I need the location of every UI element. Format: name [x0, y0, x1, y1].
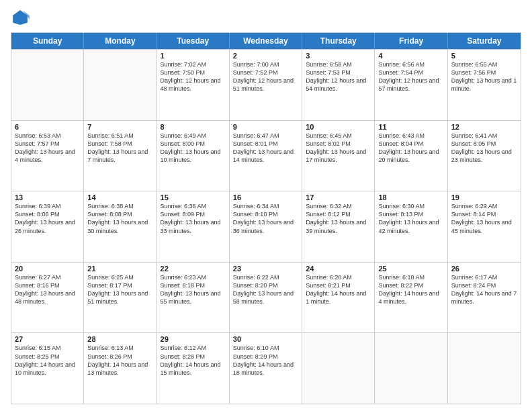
calendar-cell: 17Sunrise: 6:32 AM Sunset: 8:12 PM Dayli… — [302, 191, 375, 262]
day-info: Sunrise: 6:22 AM Sunset: 8:20 PM Dayligh… — [233, 273, 298, 306]
calendar-cell: 15Sunrise: 6:36 AM Sunset: 8:09 PM Dayli… — [157, 191, 230, 262]
calendar-body: 1Sunrise: 7:02 AM Sunset: 7:50 PM Daylig… — [11, 49, 521, 404]
calendar-cell — [448, 333, 521, 404]
calendar-cell: 6Sunrise: 6:53 AM Sunset: 7:57 PM Daylig… — [11, 121, 84, 191]
day-info: Sunrise: 6:27 AM Sunset: 8:16 PM Dayligh… — [15, 273, 80, 306]
day-number: 3 — [306, 52, 371, 60]
day-number: 7 — [87, 123, 152, 131]
header — [11, 8, 521, 27]
day-number: 19 — [451, 193, 517, 201]
day-number: 9 — [233, 123, 298, 131]
day-info: Sunrise: 6:17 AM Sunset: 8:24 PM Dayligh… — [451, 273, 517, 306]
day-number: 29 — [161, 335, 226, 343]
calendar-cell: 9Sunrise: 6:47 AM Sunset: 8:01 PM Daylig… — [230, 121, 302, 191]
day-number: 16 — [233, 193, 298, 201]
calendar-cell: 27Sunrise: 6:15 AM Sunset: 8:25 PM Dayli… — [11, 333, 84, 404]
calendar-cell: 10Sunrise: 6:45 AM Sunset: 8:02 PM Dayli… — [302, 121, 375, 191]
day-number: 2 — [233, 52, 298, 60]
day-info: Sunrise: 6:18 AM Sunset: 8:22 PM Dayligh… — [378, 273, 443, 306]
calendar-cell: 21Sunrise: 6:25 AM Sunset: 8:17 PM Dayli… — [84, 263, 157, 333]
day-info: Sunrise: 6:56 AM Sunset: 7:54 PM Dayligh… — [378, 60, 443, 93]
page: SundayMondayTuesdayWednesdayThursdayFrid… — [0, 0, 532, 411]
calendar-cell: 16Sunrise: 6:34 AM Sunset: 8:10 PM Dayli… — [230, 191, 302, 262]
day-info: Sunrise: 6:58 AM Sunset: 7:53 PM Dayligh… — [306, 60, 371, 93]
calendar-cell: 18Sunrise: 6:30 AM Sunset: 8:13 PM Dayli… — [375, 191, 447, 262]
day-number: 26 — [451, 265, 517, 273]
day-number: 30 — [233, 335, 298, 343]
day-number: 24 — [306, 265, 371, 273]
day-info: Sunrise: 6:38 AM Sunset: 8:08 PM Dayligh… — [87, 202, 152, 235]
day-info: Sunrise: 6:43 AM Sunset: 8:04 PM Dayligh… — [378, 132, 443, 165]
calendar-week-3: 13Sunrise: 6:39 AM Sunset: 8:06 PM Dayli… — [11, 191, 521, 262]
day-info: Sunrise: 6:36 AM Sunset: 8:09 PM Dayligh… — [161, 202, 226, 235]
day-number: 22 — [161, 265, 226, 273]
day-number: 11 — [378, 123, 443, 131]
day-number: 1 — [161, 52, 226, 60]
day-info: Sunrise: 6:49 AM Sunset: 8:00 PM Dayligh… — [161, 132, 226, 165]
day-number: 27 — [15, 335, 80, 343]
day-number: 14 — [87, 193, 152, 201]
calendar-cell: 14Sunrise: 6:38 AM Sunset: 8:08 PM Dayli… — [84, 191, 157, 262]
calendar-cell — [302, 333, 375, 404]
calendar-cell: 22Sunrise: 6:23 AM Sunset: 8:18 PM Dayli… — [157, 263, 230, 333]
calendar-cell: 25Sunrise: 6:18 AM Sunset: 8:22 PM Dayli… — [375, 263, 447, 333]
day-number: 13 — [15, 193, 80, 201]
day-info: Sunrise: 6:15 AM Sunset: 8:25 PM Dayligh… — [15, 344, 80, 377]
day-number: 17 — [306, 193, 371, 201]
day-number: 21 — [87, 265, 152, 273]
calendar-cell — [375, 333, 447, 404]
calendar-cell: 20Sunrise: 6:27 AM Sunset: 8:16 PM Dayli… — [11, 263, 84, 333]
day-number: 12 — [451, 123, 517, 131]
calendar-cell: 7Sunrise: 6:51 AM Sunset: 7:58 PM Daylig… — [84, 121, 157, 191]
day-number: 8 — [161, 123, 226, 131]
day-info: Sunrise: 6:29 AM Sunset: 8:14 PM Dayligh… — [451, 202, 517, 235]
weekday-header-saturday: Saturday — [448, 33, 521, 49]
day-info: Sunrise: 6:25 AM Sunset: 8:17 PM Dayligh… — [87, 273, 152, 306]
weekday-header-friday: Friday — [375, 33, 447, 49]
day-number: 5 — [451, 52, 517, 60]
day-info: Sunrise: 6:34 AM Sunset: 8:10 PM Dayligh… — [233, 202, 298, 235]
calendar: SundayMondayTuesdayWednesdayThursdayFrid… — [11, 32, 521, 404]
calendar-cell: 19Sunrise: 6:29 AM Sunset: 8:14 PM Dayli… — [448, 191, 521, 262]
calendar-cell: 4Sunrise: 6:56 AM Sunset: 7:54 PM Daylig… — [375, 50, 447, 120]
day-number: 4 — [378, 52, 443, 60]
calendar-cell: 23Sunrise: 6:22 AM Sunset: 8:20 PM Dayli… — [230, 263, 302, 333]
day-info: Sunrise: 6:45 AM Sunset: 8:02 PM Dayligh… — [306, 132, 371, 165]
weekday-header-tuesday: Tuesday — [157, 33, 230, 49]
day-info: Sunrise: 6:10 AM Sunset: 8:29 PM Dayligh… — [233, 344, 298, 377]
day-number: 6 — [15, 123, 80, 131]
calendar-cell: 12Sunrise: 6:41 AM Sunset: 8:05 PM Dayli… — [448, 121, 521, 191]
day-info: Sunrise: 6:23 AM Sunset: 8:18 PM Dayligh… — [161, 273, 226, 306]
day-number: 18 — [378, 193, 443, 201]
day-number: 25 — [378, 265, 443, 273]
calendar-week-5: 27Sunrise: 6:15 AM Sunset: 8:25 PM Dayli… — [11, 332, 521, 404]
weekday-header-sunday: Sunday — [11, 33, 84, 49]
day-info: Sunrise: 6:39 AM Sunset: 8:06 PM Dayligh… — [15, 202, 80, 235]
day-info: Sunrise: 6:51 AM Sunset: 7:58 PM Dayligh… — [87, 132, 152, 165]
day-info: Sunrise: 6:41 AM Sunset: 8:05 PM Dayligh… — [451, 132, 517, 165]
day-number: 20 — [15, 265, 80, 273]
calendar-cell: 2Sunrise: 7:00 AM Sunset: 7:52 PM Daylig… — [230, 50, 302, 120]
day-info: Sunrise: 6:32 AM Sunset: 8:12 PM Dayligh… — [306, 202, 371, 235]
day-info: Sunrise: 7:00 AM Sunset: 7:52 PM Dayligh… — [233, 60, 298, 93]
day-info: Sunrise: 6:30 AM Sunset: 8:13 PM Dayligh… — [378, 202, 443, 235]
day-info: Sunrise: 6:53 AM Sunset: 7:57 PM Dayligh… — [15, 132, 80, 165]
calendar-cell: 5Sunrise: 6:55 AM Sunset: 7:56 PM Daylig… — [448, 50, 521, 120]
calendar-cell: 1Sunrise: 7:02 AM Sunset: 7:50 PM Daylig… — [157, 50, 230, 120]
day-info: Sunrise: 6:12 AM Sunset: 8:28 PM Dayligh… — [161, 344, 226, 377]
logo — [11, 8, 32, 27]
day-info: Sunrise: 6:20 AM Sunset: 8:21 PM Dayligh… — [306, 273, 371, 306]
day-number: 23 — [233, 265, 298, 273]
logo-icon — [11, 8, 30, 27]
weekday-header-thursday: Thursday — [302, 33, 375, 49]
calendar-week-2: 6Sunrise: 6:53 AM Sunset: 7:57 PM Daylig… — [11, 120, 521, 191]
calendar-cell: 29Sunrise: 6:12 AM Sunset: 8:28 PM Dayli… — [157, 333, 230, 404]
day-number: 28 — [87, 335, 152, 343]
calendar-week-4: 20Sunrise: 6:27 AM Sunset: 8:16 PM Dayli… — [11, 262, 521, 333]
day-number: 15 — [161, 193, 226, 201]
weekday-header-monday: Monday — [84, 33, 157, 49]
calendar-header-row: SundayMondayTuesdayWednesdayThursdayFrid… — [11, 33, 521, 49]
calendar-cell: 11Sunrise: 6:43 AM Sunset: 8:04 PM Dayli… — [375, 121, 447, 191]
day-info: Sunrise: 6:13 AM Sunset: 8:26 PM Dayligh… — [87, 344, 152, 377]
calendar-cell: 13Sunrise: 6:39 AM Sunset: 8:06 PM Dayli… — [11, 191, 84, 262]
